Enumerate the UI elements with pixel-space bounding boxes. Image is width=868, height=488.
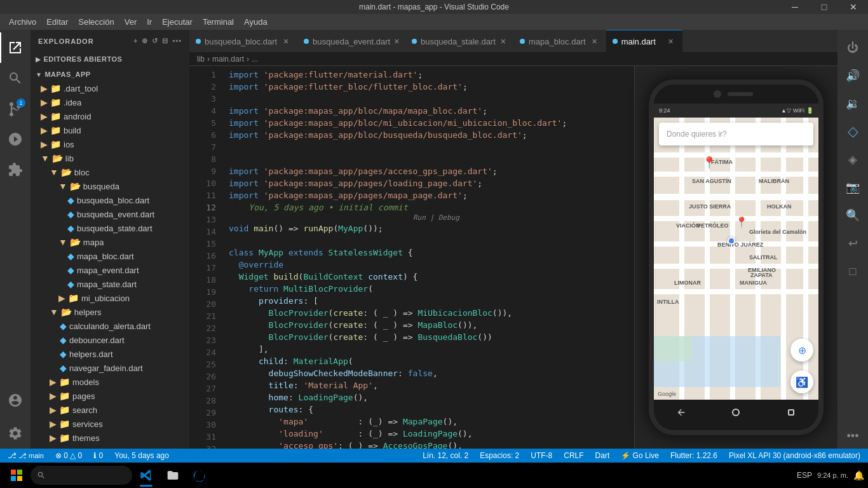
taskbar-clock[interactable]: 9:24 p. m.: [817, 471, 848, 480]
tab-busqueda-stale[interactable]: busqueda_stale.dart ×: [405, 30, 513, 52]
taskbar-search-box[interactable]: [31, 466, 132, 485]
status-spaces[interactable]: Espacios: 2: [477, 449, 522, 463]
taskbar-lang[interactable]: ESP: [797, 471, 812, 480]
taskbar-vscode[interactable]: [133, 463, 159, 488]
sidebar-item-busqueda-bloc[interactable]: ◆ busqueda_bloc.dart: [31, 193, 189, 207]
right-camera-icon[interactable]: 📷: [840, 175, 865, 200]
sidebar-item-debouncer[interactable]: ◆ debouncer.dart: [31, 333, 189, 347]
tab-mapa-bloc[interactable]: mapa_bloc.dart ×: [513, 30, 606, 52]
activity-source-control[interactable]: 1: [0, 93, 31, 124]
editores-abiertos-header[interactable]: ▶ Editores Abiertos: [31, 52, 189, 66]
sidebar-item-idea[interactable]: ▶ 📁 .idea: [31, 95, 189, 109]
status-encoding[interactable]: UTF-8: [528, 449, 555, 463]
restore-button[interactable]: □: [810, 0, 839, 14]
sidebar-item-themes[interactable]: ▶ 📁 themes: [31, 431, 189, 445]
menu-terminal[interactable]: Terminal: [198, 16, 239, 28]
notification-icon[interactable]: 🔔: [853, 470, 864, 480]
sidebar-item-bloc[interactable]: ▼ 📂 bloc: [31, 165, 189, 179]
status-endings[interactable]: CRLF: [561, 449, 586, 463]
status-golive[interactable]: ⚡ Go Live: [618, 449, 661, 463]
status-branch[interactable]: ⎇ ⎇ main: [5, 449, 46, 463]
sidebar-item-calculando[interactable]: ◆ calculando_alerta.dart: [31, 319, 189, 333]
mapas-app-header[interactable]: ▼ Mapas_App: [31, 67, 189, 81]
new-file-icon[interactable]: +: [133, 37, 138, 45]
menu-seleccion[interactable]: Selección: [73, 16, 119, 28]
sidebar-item-models[interactable]: ▶ 📁 models: [31, 375, 189, 389]
activity-explorer[interactable]: [0, 32, 31, 63]
tab-busqueda-event[interactable]: busqueda_event.dart ×: [297, 30, 405, 52]
sidebar-item-mapa-state[interactable]: ◆ mapa_state.dart: [31, 277, 189, 291]
code-editor[interactable]: 1234567891011121314151617181920212223242…: [189, 66, 634, 449]
tab-main-dart[interactable]: main.dart ×: [606, 30, 682, 52]
tab-close-icon[interactable]: ×: [281, 36, 291, 46]
activity-search[interactable]: [0, 63, 31, 93]
close-button[interactable]: ✕: [839, 0, 868, 14]
right-square-icon[interactable]: □: [840, 259, 865, 284]
taskbar-file-explorer[interactable]: [160, 463, 186, 488]
tab-close-icon[interactable]: ×: [499, 36, 507, 46]
menu-ayuda[interactable]: Ayuda: [239, 16, 273, 28]
tab-busqueda-bloc[interactable]: busqueda_bloc.dart ×: [189, 30, 297, 52]
minimize-button[interactable]: ─: [780, 0, 810, 14]
right-power-icon[interactable]: ⏻: [840, 35, 865, 60]
right-rotate-icon[interactable]: ↩: [840, 231, 865, 256]
right-zoom-icon[interactable]: 🔍: [840, 203, 865, 228]
status-device[interactable]: Pixel XL API 30 (android-x86 emulator): [726, 449, 863, 463]
tab-close-icon[interactable]: ×: [590, 36, 600, 46]
menu-editar[interactable]: Editar: [41, 16, 73, 28]
tab-close-icon[interactable]: ×: [666, 36, 676, 46]
right-more-icon[interactable]: •••: [840, 423, 865, 449]
menu-archivo[interactable]: Archivo: [4, 16, 41, 28]
sidebar-header-icons[interactable]: + ⊕ ↺ ⊟ •••: [133, 37, 182, 45]
map-location-fab[interactable]: ⊕: [790, 339, 813, 362]
activity-extensions[interactable]: [0, 154, 31, 185]
code-content[interactable]: import 'package:flutter/material.dart';i…: [221, 66, 634, 449]
sidebar-item-helpers-dart[interactable]: ◆ helpers.dart: [31, 347, 189, 361]
taskbar-edge[interactable]: [187, 463, 212, 488]
status-info[interactable]: ℹ 0: [91, 449, 105, 463]
status-flutter[interactable]: Flutter: 1.22.6: [668, 449, 720, 463]
map-accessibility-fab[interactable]: ♿: [790, 370, 813, 393]
activity-account[interactable]: [0, 385, 31, 416]
taskbar-start-button[interactable]: [4, 463, 29, 488]
menu-ver[interactable]: Ver: [119, 16, 142, 28]
menu-ir[interactable]: Ir: [142, 16, 157, 28]
tab-close-icon[interactable]: ×: [394, 36, 399, 46]
map-search-bar[interactable]: Donde quieres ir?: [659, 123, 813, 146]
sidebar-item-ios[interactable]: ▶ 📁 ios: [31, 137, 189, 151]
right-diamond-icon[interactable]: ◇: [840, 119, 865, 144]
activity-debug[interactable]: [0, 124, 31, 154]
sidebar-item-mapa-event[interactable]: ◆ mapa_event.dart: [31, 263, 189, 277]
folder-icon: ▶: [50, 405, 57, 415]
right-eraser-icon[interactable]: ◈: [840, 147, 865, 172]
sidebar-item-mi-ubicacion[interactable]: ▶ 📁 mi_ubicacion: [31, 291, 189, 305]
sidebar-item-services[interactable]: ▶ 📁 services: [31, 417, 189, 431]
sidebar-item-mapa[interactable]: ▼ 📂 mapa: [31, 235, 189, 249]
sidebar-item-search[interactable]: ▶ 📁 search: [31, 403, 189, 417]
phone-home-btn[interactable]: [729, 406, 742, 419]
sidebar-item-pages[interactable]: ▶ 📁 pages: [31, 389, 189, 403]
sidebar-item-navegar[interactable]: ◆ navegar_fadein.dart: [31, 361, 189, 375]
sidebar-item-helpers[interactable]: ▼ 📂 helpers: [31, 305, 189, 319]
right-volume-icon[interactable]: 🔊: [840, 63, 865, 88]
sidebar-item-busqueda-event[interactable]: ◆ busqueda_event.dart: [31, 207, 189, 221]
sidebar-item-lib[interactable]: ▼ 📂 lib: [31, 151, 189, 165]
refresh-icon[interactable]: ↺: [152, 37, 158, 45]
status-errors[interactable]: ⊗ 0 △ 0: [53, 449, 85, 463]
sidebar-item-android[interactable]: ▶ 📁 android: [31, 109, 189, 123]
phone-recents-btn[interactable]: [785, 406, 797, 419]
new-folder-icon[interactable]: ⊕: [142, 37, 148, 45]
sidebar-item-dart-tool[interactable]: ▶ 📁 .dart_tool: [31, 81, 189, 95]
sidebar-item-build[interactable]: ▶ 📁 build: [31, 123, 189, 137]
sidebar-item-busqueda-state[interactable]: ◆ busqueda_state.dart: [31, 221, 189, 235]
status-line[interactable]: Lín. 12, col. 2: [420, 449, 471, 463]
sidebar-item-mapa-bloc[interactable]: ◆ mapa_bloc.dart: [31, 249, 189, 263]
menu-ejecutar[interactable]: Ejecutar: [157, 16, 198, 28]
activity-settings[interactable]: [0, 418, 31, 449]
collapse-icon[interactable]: ⊟: [162, 37, 168, 45]
phone-back-btn[interactable]: [675, 406, 688, 419]
right-sound-icon[interactable]: 🔉: [840, 91, 865, 116]
status-hint[interactable]: You, 5 days ago: [112, 449, 172, 463]
sidebar-item-busqueda[interactable]: ▼ 📂 busqueda: [31, 179, 189, 193]
status-language[interactable]: Dart: [593, 449, 613, 463]
